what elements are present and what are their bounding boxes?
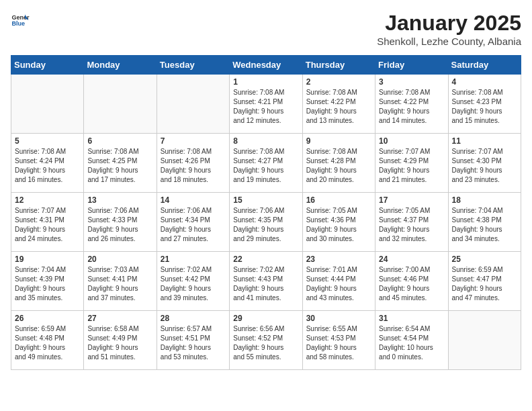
day-info: Sunrise: 7:05 AM Sunset: 4:37 PM Dayligh… <box>379 206 444 244</box>
day-info: Sunrise: 7:02 AM Sunset: 4:43 PM Dayligh… <box>233 265 298 303</box>
calendar-cell: 19Sunrise: 7:04 AM Sunset: 4:39 PM Dayli… <box>11 252 84 311</box>
calendar-cell: 20Sunrise: 7:03 AM Sunset: 4:41 PM Dayli… <box>84 252 157 311</box>
day-number: 6 <box>87 136 152 146</box>
calendar-cell: 29Sunrise: 6:56 AM Sunset: 4:52 PM Dayli… <box>230 311 302 370</box>
svg-text:General: General <box>11 14 30 21</box>
calendar-cell: 12Sunrise: 7:07 AM Sunset: 4:31 PM Dayli… <box>11 193 84 252</box>
day-info: Sunrise: 7:07 AM Sunset: 4:30 PM Dayligh… <box>452 147 517 185</box>
day-number: 31 <box>379 314 444 323</box>
day-info: Sunrise: 6:57 AM Sunset: 4:51 PM Dayligh… <box>161 324 226 362</box>
page-header: General Blue January 2025 Shenkoll, Lezh… <box>11 11 521 47</box>
calendar-cell: 6Sunrise: 7:08 AM Sunset: 4:25 PM Daylig… <box>84 134 157 193</box>
day-number: 5 <box>15 136 80 146</box>
day-number: 17 <box>379 195 444 205</box>
weekday-header-sunday: Sunday <box>11 56 84 75</box>
day-info: Sunrise: 6:59 AM Sunset: 4:47 PM Dayligh… <box>452 265 517 303</box>
calendar-subtitle: Shenkoll, Lezhe County, Albania <box>377 36 521 47</box>
calendar-table: SundayMondayTuesdayWednesdayThursdayFrid… <box>11 55 521 370</box>
calendar-cell: 2Sunrise: 7:08 AM Sunset: 4:22 PM Daylig… <box>302 75 375 134</box>
calendar-cell: 10Sunrise: 7:07 AM Sunset: 4:29 PM Dayli… <box>375 134 448 193</box>
day-number: 26 <box>15 314 80 323</box>
day-info: Sunrise: 7:08 AM Sunset: 4:24 PM Dayligh… <box>15 147 80 185</box>
day-info: Sunrise: 7:00 AM Sunset: 4:46 PM Dayligh… <box>379 265 444 303</box>
day-info: Sunrise: 7:04 AM Sunset: 4:38 PM Dayligh… <box>452 206 517 244</box>
calendar-cell: 26Sunrise: 6:59 AM Sunset: 4:48 PM Dayli… <box>11 311 84 370</box>
calendar-cell: 28Sunrise: 6:57 AM Sunset: 4:51 PM Dayli… <box>157 311 229 370</box>
weekday-header-wednesday: Wednesday <box>230 56 302 75</box>
day-number: 10 <box>379 136 444 146</box>
day-info: Sunrise: 7:07 AM Sunset: 4:29 PM Dayligh… <box>379 147 444 185</box>
calendar-cell: 23Sunrise: 7:01 AM Sunset: 4:44 PM Dayli… <box>302 252 375 311</box>
calendar-cell <box>157 75 229 134</box>
day-number: 20 <box>87 255 152 264</box>
day-number: 8 <box>233 136 298 146</box>
logo-icon: General Blue <box>11 11 30 30</box>
day-number: 22 <box>233 255 298 264</box>
day-info: Sunrise: 7:03 AM Sunset: 4:41 PM Dayligh… <box>87 265 152 303</box>
day-number: 1 <box>233 77 298 87</box>
day-number: 16 <box>306 195 371 205</box>
calendar-cell: 27Sunrise: 6:58 AM Sunset: 4:49 PM Dayli… <box>84 311 157 370</box>
day-number: 23 <box>306 255 371 264</box>
day-number: 27 <box>87 314 152 323</box>
calendar-title: January 2025 <box>377 11 521 36</box>
day-number: 2 <box>306 77 371 87</box>
calendar-cell <box>448 311 521 370</box>
calendar-cell: 17Sunrise: 7:05 AM Sunset: 4:37 PM Dayli… <box>375 193 448 252</box>
day-number: 15 <box>233 195 298 205</box>
day-info: Sunrise: 7:08 AM Sunset: 4:27 PM Dayligh… <box>233 147 298 185</box>
day-info: Sunrise: 7:08 AM Sunset: 4:25 PM Dayligh… <box>87 147 152 185</box>
week-row-1: 1Sunrise: 7:08 AM Sunset: 4:21 PM Daylig… <box>11 75 521 134</box>
calendar-cell: 11Sunrise: 7:07 AM Sunset: 4:30 PM Dayli… <box>448 134 521 193</box>
weekday-header-friday: Friday <box>375 56 448 75</box>
week-row-5: 26Sunrise: 6:59 AM Sunset: 4:48 PM Dayli… <box>11 311 521 370</box>
day-info: Sunrise: 7:05 AM Sunset: 4:36 PM Dayligh… <box>306 206 371 244</box>
day-info: Sunrise: 7:08 AM Sunset: 4:22 PM Dayligh… <box>379 88 444 126</box>
day-number: 29 <box>233 314 298 323</box>
day-info: Sunrise: 7:08 AM Sunset: 4:21 PM Dayligh… <box>233 88 298 126</box>
calendar-cell: 5Sunrise: 7:08 AM Sunset: 4:24 PM Daylig… <box>11 134 84 193</box>
day-info: Sunrise: 7:01 AM Sunset: 4:44 PM Dayligh… <box>306 265 371 303</box>
day-number: 3 <box>379 77 444 87</box>
day-info: Sunrise: 6:56 AM Sunset: 4:52 PM Dayligh… <box>233 324 298 362</box>
day-number: 18 <box>452 195 517 205</box>
calendar-cell: 16Sunrise: 7:05 AM Sunset: 4:36 PM Dayli… <box>302 193 375 252</box>
weekday-header-monday: Monday <box>84 56 157 75</box>
day-info: Sunrise: 6:59 AM Sunset: 4:48 PM Dayligh… <box>15 324 80 362</box>
day-info: Sunrise: 7:08 AM Sunset: 4:23 PM Dayligh… <box>452 88 517 126</box>
day-info: Sunrise: 6:58 AM Sunset: 4:49 PM Dayligh… <box>87 324 152 362</box>
day-number: 28 <box>161 314 226 323</box>
weekday-header-saturday: Saturday <box>448 56 521 75</box>
calendar-cell: 1Sunrise: 7:08 AM Sunset: 4:21 PM Daylig… <box>230 75 302 134</box>
day-number: 11 <box>452 136 517 146</box>
day-number: 13 <box>87 195 152 205</box>
day-number: 7 <box>161 136 226 146</box>
day-number: 30 <box>306 314 371 323</box>
calendar-cell: 24Sunrise: 7:00 AM Sunset: 4:46 PM Dayli… <box>375 252 448 311</box>
svg-text:Blue: Blue <box>11 20 25 27</box>
calendar-cell: 25Sunrise: 6:59 AM Sunset: 4:47 PM Dayli… <box>448 252 521 311</box>
calendar-cell: 30Sunrise: 6:55 AM Sunset: 4:53 PM Dayli… <box>302 311 375 370</box>
week-row-2: 5Sunrise: 7:08 AM Sunset: 4:24 PM Daylig… <box>11 134 521 193</box>
day-number: 24 <box>379 255 444 264</box>
day-info: Sunrise: 7:08 AM Sunset: 4:22 PM Dayligh… <box>306 88 371 126</box>
calendar-cell: 14Sunrise: 7:06 AM Sunset: 4:34 PM Dayli… <box>157 193 229 252</box>
day-info: Sunrise: 7:06 AM Sunset: 4:35 PM Dayligh… <box>233 206 298 244</box>
day-info: Sunrise: 7:04 AM Sunset: 4:39 PM Dayligh… <box>15 265 80 303</box>
weekday-header-tuesday: Tuesday <box>157 56 229 75</box>
day-number: 25 <box>452 255 517 264</box>
day-info: Sunrise: 7:06 AM Sunset: 4:33 PM Dayligh… <box>87 206 152 244</box>
day-number: 4 <box>452 77 517 87</box>
calendar-cell: 9Sunrise: 7:08 AM Sunset: 4:28 PM Daylig… <box>302 134 375 193</box>
day-info: Sunrise: 7:07 AM Sunset: 4:31 PM Dayligh… <box>15 206 80 244</box>
day-number: 14 <box>161 195 226 205</box>
day-number: 21 <box>161 255 226 264</box>
day-number: 19 <box>15 255 80 264</box>
week-row-3: 12Sunrise: 7:07 AM Sunset: 4:31 PM Dayli… <box>11 193 521 252</box>
calendar-cell: 22Sunrise: 7:02 AM Sunset: 4:43 PM Dayli… <box>230 252 302 311</box>
calendar-cell: 13Sunrise: 7:06 AM Sunset: 4:33 PM Dayli… <box>84 193 157 252</box>
day-info: Sunrise: 6:54 AM Sunset: 4:54 PM Dayligh… <box>379 324 444 362</box>
calendar-cell: 4Sunrise: 7:08 AM Sunset: 4:23 PM Daylig… <box>448 75 521 134</box>
title-block: January 2025 Shenkoll, Lezhe County, Alb… <box>377 11 521 47</box>
weekday-header-thursday: Thursday <box>302 56 375 75</box>
